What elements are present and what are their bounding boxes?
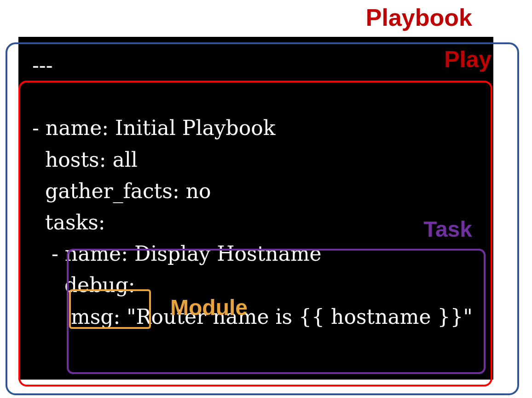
code-line-7: - name: Display Hostname [32, 242, 322, 265]
code-line-6: tasks: [32, 211, 105, 234]
code-block: --- - name: Initial Playbook hosts: all … [18, 37, 493, 380]
code-line-1: --- [32, 53, 53, 77]
code-line-8: debug: [32, 273, 135, 297]
label-playbook: Playbook [366, 4, 472, 31]
label-play: Play [444, 46, 492, 73]
code-line-9: msg: "Router name is {{ hostname }}" [32, 305, 473, 328]
code-line-4: hosts: all [32, 148, 138, 171]
label-module: Module [170, 295, 248, 320]
code-line-5: gather_facts: no [32, 179, 211, 203]
label-task: Task [423, 217, 472, 242]
code-line-3: - name: Initial Playbook [32, 116, 275, 140]
